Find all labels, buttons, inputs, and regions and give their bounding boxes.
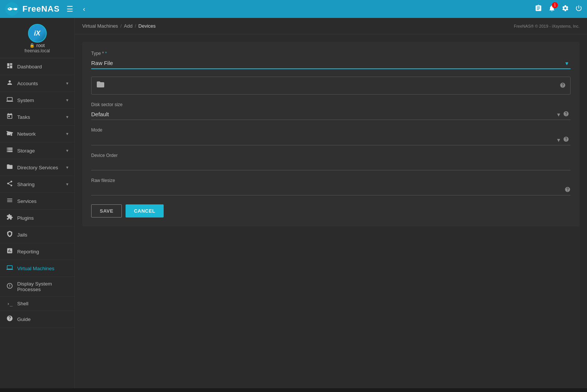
raw-filesize-input[interactable] [91, 185, 562, 195]
breadcrumb-sep-1: / [120, 23, 122, 29]
directory-services-icon [6, 163, 13, 172]
sidebar-item-label: System [17, 98, 62, 103]
reporting-icon [6, 247, 13, 256]
type-label: Type * [91, 51, 571, 56]
sidebar-item-plugins[interactable]: Plugins [0, 210, 74, 226]
virtual-machines-icon [6, 264, 13, 272]
chevron-down-icon: ▾ [66, 165, 68, 170]
raw-file-help-icon[interactable] [560, 82, 566, 89]
type-select[interactable]: Raw File CD-ROM Disk NIC VNC [91, 58, 571, 68]
sidebar-item-label: Storage [17, 148, 62, 154]
raw-file-section [91, 77, 571, 95]
disk-sector-label: Disk sector size [91, 102, 571, 107]
sidebar-item-label: Plugins [17, 215, 68, 221]
sidebar-username: 🔒 root [30, 43, 44, 48]
avatar: iX [28, 24, 47, 43]
sidebar-item-accounts[interactable]: Accounts ▾ [0, 75, 74, 92]
sidebar-item-dashboard[interactable]: Dashboard [0, 58, 74, 75]
sidebar-item-label: Jails [17, 232, 68, 238]
plugins-icon [6, 214, 13, 222]
type-section: Type * Raw File CD-ROM Disk NIC VNC ▾ [91, 51, 571, 69]
shell-icon: ›_ [6, 301, 13, 306]
hamburger-icon[interactable]: ☰ [64, 3, 76, 15]
chevron-down-icon: ▾ [66, 81, 68, 86]
sidebar-item-label: Directory Services [17, 165, 62, 170]
chevron-down-icon: ▾ [66, 98, 68, 103]
sidebar-item-system[interactable]: System ▾ [0, 92, 74, 109]
bell-icon[interactable]: 1 [548, 4, 556, 14]
sidebar-item-label: Tasks [17, 114, 62, 120]
dashboard-icon [6, 62, 13, 71]
sidebar-item-label: Reporting [17, 249, 68, 254]
device-order-label: Device Order [91, 153, 571, 158]
topnav-right: 1 [535, 4, 583, 14]
device-order-input-row [91, 160, 571, 170]
sidebar: iX 🔒 root freenas.local Dashboard Accoun… [0, 18, 75, 388]
accounts-icon [6, 79, 13, 87]
raw-file-input-row [91, 77, 571, 95]
sidebar-item-tasks[interactable]: Tasks ▾ [0, 109, 74, 126]
raw-file-input[interactable] [109, 83, 556, 89]
type-select-wrapper: Raw File CD-ROM Disk NIC VNC ▾ [91, 58, 571, 69]
sharing-icon [6, 180, 13, 188]
sidebar-item-virtual-machines[interactable]: Virtual Machines [0, 260, 74, 277]
gear-icon[interactable] [562, 4, 569, 14]
sidebar-item-directory-services[interactable]: Directory Services ▾ [0, 159, 74, 176]
display-system-processes-icon [6, 283, 13, 291]
app-name: FreeNAS [22, 4, 60, 14]
device-order-input[interactable] [91, 160, 571, 170]
sidebar-item-network[interactable]: Network ▾ [0, 126, 74, 142]
breadcrumb-item-3: Devices [138, 23, 155, 29]
breadcrumb-sep-2: / [135, 23, 136, 29]
disk-sector-select-wrapper: Default 512 4096 ▾ [91, 109, 571, 120]
folder-icon [96, 80, 105, 91]
sidebar-item-label: Virtual Machines [17, 266, 68, 271]
system-icon [6, 96, 13, 104]
main-layout: iX 🔒 root freenas.local Dashboard Accoun… [0, 18, 587, 388]
save-button[interactable]: SAVE [91, 204, 122, 217]
network-icon [6, 130, 13, 138]
sidebar-item-shell[interactable]: ›_ Shell [0, 297, 74, 311]
raw-filesize-help-icon[interactable] [565, 186, 571, 194]
storage-icon [6, 146, 13, 155]
form-card: Type * Raw File CD-ROM Disk NIC VNC ▾ [82, 42, 580, 226]
breadcrumb-item-1[interactable]: Virtual Machines [82, 23, 118, 29]
raw-filesize-input-row [91, 185, 571, 195]
topnav: FreeNAS ☰ ‹ 1 [0, 0, 587, 18]
mode-help-icon[interactable] [563, 136, 569, 143]
sidebar-item-label: Guide [17, 317, 68, 322]
sidebar-item-storage[interactable]: Storage ▾ [0, 142, 74, 159]
disk-sector-help-icon[interactable] [563, 111, 569, 118]
freenas-logo-icon [4, 1, 19, 16]
services-icon [6, 197, 13, 205]
sidebar-item-sharing[interactable]: Sharing ▾ [0, 176, 74, 193]
sidebar-item-guide[interactable]: Guide [0, 311, 74, 328]
sidebar-item-display-system-processes[interactable]: Display System Processes [0, 277, 74, 297]
sidebar-item-jails[interactable]: Jails [0, 226, 74, 243]
sidebar-item-label: Shell [17, 301, 68, 306]
disk-sector-section: Disk sector size Default 512 4096 ▾ [91, 102, 571, 120]
sidebar-item-label: Dashboard [17, 64, 68, 70]
breadcrumb-path: Virtual Machines / Add / Devices [82, 23, 156, 29]
power-icon[interactable] [575, 4, 583, 14]
notification-badge: 1 [552, 2, 558, 8]
sidebar-item-label: Sharing [17, 182, 62, 187]
sidebar-item-services[interactable]: Services [0, 193, 74, 210]
breadcrumb-item-2[interactable]: Add [124, 23, 133, 29]
sidebar-item-label: Accounts [17, 81, 62, 86]
chevron-down-icon: ▾ [66, 182, 68, 187]
mode-select[interactable]: AHCI VirtIO [91, 134, 571, 145]
sidebar-item-label: Services [17, 198, 68, 204]
lock-icon: 🔒 [30, 43, 35, 48]
back-icon[interactable]: ‹ [80, 4, 88, 15]
disk-sector-select[interactable]: Default 512 4096 [91, 109, 571, 120]
cancel-button[interactable]: CANCEL [126, 204, 163, 217]
clipboard-icon[interactable] [535, 4, 542, 13]
topnav-left: FreeNAS ☰ ‹ [4, 1, 88, 16]
tasks-icon [6, 113, 13, 121]
sidebar-item-reporting[interactable]: Reporting [0, 243, 74, 260]
content-area: Virtual Machines / Add / Devices FreeNAS… [75, 18, 587, 388]
sidebar-user: iX 🔒 root freenas.local [0, 18, 74, 58]
svg-point-1 [9, 8, 10, 9]
sidebar-item-label: Network [17, 131, 62, 137]
